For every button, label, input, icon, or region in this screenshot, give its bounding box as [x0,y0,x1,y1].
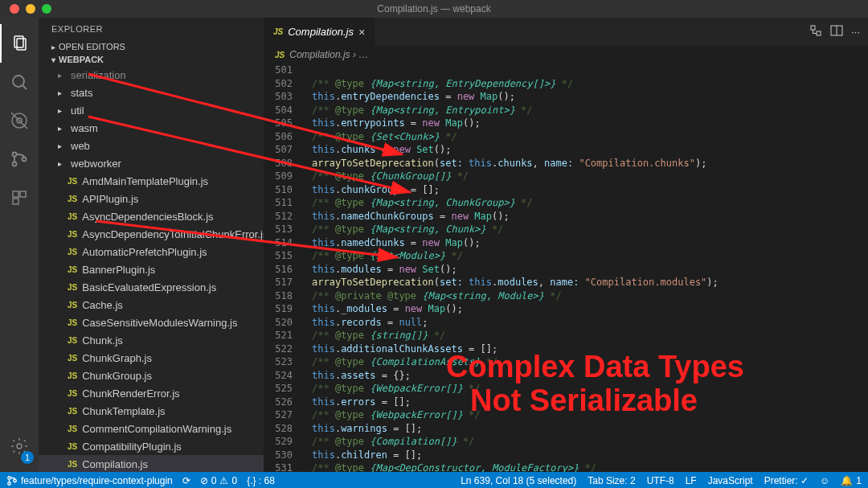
file-label: ChunkGroup.js [82,370,152,382]
js-file-icon: JS [68,212,77,221]
js-file-icon: JS [68,248,77,256]
file-label: Compilation.js [82,458,148,470]
file-item[interactable]: JSAsyncDependenciesBlock.js [39,207,264,225]
structure-icon[interactable] [809,24,822,39]
file-item[interactable]: JSChunkTemplate.js [39,402,264,420]
js-file-icon: JS [68,442,77,451]
window-titlebar: Compilation.js — webpack [0,0,868,18]
file-item[interactable]: JSBasicEvaluatedExpression.js [39,278,264,296]
debug-activity-icon[interactable] [0,101,39,140]
chevron-right-icon: ▸ [58,106,66,115]
symbols-status[interactable]: {.} : 68 [247,475,275,486]
breadcrumb-text: Compilation.js › … [289,49,368,60]
file-item[interactable]: JSBannerPlugin.js [39,260,264,278]
folder-label: serialization [71,69,126,81]
svg-point-7 [13,153,17,157]
chevron-right-icon: ▸ [58,124,66,133]
svg-rect-1 [17,39,26,50]
indentation-status[interactable]: Tab Size: 2 [588,475,635,486]
file-item[interactable]: JSCache.js [39,296,264,314]
js-file-icon: JS [68,389,77,398]
folder-item[interactable]: ▸wasm [39,119,264,137]
folder-item[interactable]: ▸util [39,101,264,119]
svg-point-8 [13,162,17,166]
code-editor[interactable]: 5015025035045055065075085095105115125135… [264,64,868,472]
file-item[interactable]: JSCompatibilityPlugin.js [39,437,264,455]
svg-rect-14 [811,26,815,30]
svg-point-13 [17,444,22,449]
file-item[interactable]: JSChunk.js [39,331,264,349]
chevron-right-icon: ▸ [51,43,55,51]
folder-item[interactable]: ▸webworker [39,154,264,172]
project-section[interactable]: ▾ WEBPACK [39,53,264,66]
js-file-icon: JS [68,354,77,363]
svg-rect-10 [13,191,18,197]
explorer-sidebar: EXPLORER ▸ OPEN EDITORS ▾ WEBPACK ▸seria… [39,18,264,472]
file-label: AutomaticPrefetchPlugin.js [82,246,207,258]
js-file-icon: JS [273,27,283,36]
notifications-icon[interactable]: 🔔1 [841,475,862,486]
folder-label: util [71,105,84,117]
svg-rect-0 [14,36,23,47]
file-item[interactable]: JSAsyncDependencyToInitialChunkError.js [39,225,264,243]
cursor-position[interactable]: Ln 639, Col 18 (5 selected) [461,475,576,486]
search-activity-icon[interactable] [0,63,39,101]
tab-bar: JS Compilation.js × ··· [264,18,868,46]
file-label: AsyncDependencyToInitialChunkError.js [82,228,264,240]
more-actions-icon[interactable]: ··· [851,26,860,38]
js-file-icon: JS [68,195,77,203]
js-file-icon: JS [68,460,77,469]
scm-activity-icon[interactable] [0,140,39,178]
folder-item[interactable]: ▸serialization [39,66,264,84]
folder-item[interactable]: ▸web [39,137,264,154]
tab-compilation[interactable]: JS Compilation.js × [264,18,375,46]
file-tree[interactable]: ▸serialization▸stats▸util▸wasm▸web▸webwo… [39,66,264,472]
feedback-icon[interactable]: ☺ [820,475,829,486]
file-item[interactable]: JSAPIPlugin.js [39,190,264,207]
js-file-icon: JS [68,177,77,186]
file-item[interactable]: JSCompilation.js [39,455,264,472]
svg-point-2 [13,76,24,87]
explorer-activity-icon[interactable] [0,24,39,63]
chevron-right-icon: ▸ [58,159,66,168]
svg-point-21 [8,477,11,480]
file-item[interactable]: JSCaseSensitiveModulesWarning.js [39,314,264,331]
status-bar: feature/types/require-context-plugin ⟳ ⊘… [0,472,868,488]
problems-status[interactable]: ⊘0 ⚠0 [200,475,237,486]
breadcrumb[interactable]: JS Compilation.js › … [264,46,868,64]
file-item[interactable]: JSAmdMainTemplatePlugin.js [39,172,264,190]
sync-status[interactable]: ⟳ [182,475,190,486]
js-file-icon: JS [68,301,77,310]
settings-activity-icon[interactable]: 1 [0,427,39,465]
language-mode-status[interactable]: JavaScript [708,475,753,486]
close-tab-icon[interactable]: × [358,26,365,39]
split-editor-icon[interactable] [830,24,843,39]
tab-label: Compilation.js [288,26,354,38]
eol-status[interactable]: LF [686,475,697,486]
prettier-status[interactable]: Prettier: ✓ [764,475,809,486]
folder-label: web [71,140,90,152]
file-item[interactable]: JSChunkGraph.js [39,349,264,367]
file-label: CommentCompilationWarning.js [82,423,231,435]
js-file-icon: JS [68,424,77,433]
svg-point-9 [23,158,27,162]
folder-item[interactable]: ▸stats [39,84,264,101]
file-item[interactable]: JSChunkRenderError.js [39,384,264,402]
js-file-icon: JS [275,51,285,59]
file-label: Cache.js [82,299,123,311]
editor-actions: ··· [809,18,868,46]
js-file-icon: JS [68,336,77,345]
extensions-activity-icon[interactable] [0,178,39,217]
file-item[interactable]: JSChunkGroup.js [39,367,264,384]
svg-rect-12 [13,199,18,204]
encoding-status[interactable]: UTF-8 [647,475,674,486]
file-label: BannerPlugin.js [82,264,155,276]
explorer-title: EXPLORER [39,18,264,40]
file-label: CaseSensitiveModulesWarning.js [82,317,237,329]
file-item[interactable]: JSAutomaticPrefetchPlugin.js [39,243,264,260]
svg-rect-11 [20,191,26,197]
code-content[interactable]: /** @type {Map<string, EntryDependency[]… [304,64,868,472]
git-branch-status[interactable]: feature/types/require-context-plugin [6,475,173,486]
file-item[interactable]: JSCommentCompilationWarning.js [39,420,264,437]
open-editors-section[interactable]: ▸ OPEN EDITORS [39,40,264,53]
